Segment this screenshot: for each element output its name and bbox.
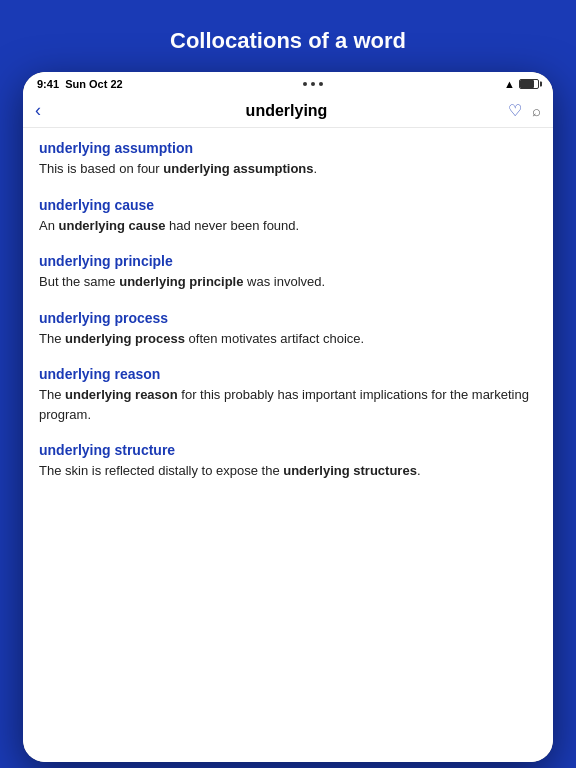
status-bar: 9:41 Sun Oct 22 ▲ bbox=[23, 72, 553, 94]
wifi-icon: ▲ bbox=[504, 78, 515, 90]
list-item: underlying reasonThe underlying reason f… bbox=[39, 366, 537, 424]
nav-bar: ‹ underlying ♡ ⌕ bbox=[23, 94, 553, 128]
collocation-example-process: The underlying process often motivates a… bbox=[39, 329, 537, 349]
nav-actions: ♡ ⌕ bbox=[508, 101, 541, 120]
list-item: underlying structureThe skin is reflecte… bbox=[39, 442, 537, 481]
list-item: underlying assumptionThis is based on fo… bbox=[39, 140, 537, 179]
status-dot-1 bbox=[303, 82, 307, 86]
list-item: underlying processThe underlying process… bbox=[39, 310, 537, 349]
search-button[interactable]: ⌕ bbox=[532, 102, 541, 119]
collocation-example-assumption: This is based on four underlying assumpt… bbox=[39, 159, 537, 179]
collocation-example-principle: But the same underlying principle was in… bbox=[39, 272, 537, 292]
list-item: underlying principleBut the same underly… bbox=[39, 253, 537, 292]
collocation-example-structure: The skin is reflected distally to expose… bbox=[39, 461, 537, 481]
status-dot-2 bbox=[311, 82, 315, 86]
collocations-list: underlying assumptionThis is based on fo… bbox=[23, 128, 553, 762]
battery-icon bbox=[519, 79, 539, 89]
page-title: Collocations of a word bbox=[170, 28, 406, 54]
heart-button[interactable]: ♡ bbox=[508, 101, 522, 120]
status-dot-3 bbox=[319, 82, 323, 86]
device-screen: 9:41 Sun Oct 22 ▲ ‹ underlying ♡ ⌕ bbox=[23, 72, 553, 762]
device-frame: 9:41 Sun Oct 22 ▲ ‹ underlying ♡ ⌕ bbox=[23, 72, 553, 762]
status-center bbox=[303, 82, 323, 86]
collocation-title-principle[interactable]: underlying principle bbox=[39, 253, 537, 269]
collocation-title-assumption[interactable]: underlying assumption bbox=[39, 140, 537, 156]
collocation-title-cause[interactable]: underlying cause bbox=[39, 197, 537, 213]
nav-search-word: underlying bbox=[65, 102, 508, 120]
collocation-example-reason: The underlying reason for this probably … bbox=[39, 385, 537, 424]
collocation-example-cause: An underlying cause had never been found… bbox=[39, 216, 537, 236]
back-button[interactable]: ‹ bbox=[35, 100, 65, 121]
collocation-title-reason[interactable]: underlying reason bbox=[39, 366, 537, 382]
list-item: underlying causeAn underlying cause had … bbox=[39, 197, 537, 236]
collocation-title-structure[interactable]: underlying structure bbox=[39, 442, 537, 458]
collocation-title-process[interactable]: underlying process bbox=[39, 310, 537, 326]
status-time: 9:41 Sun Oct 22 bbox=[37, 78, 123, 90]
status-right: ▲ bbox=[504, 78, 539, 90]
